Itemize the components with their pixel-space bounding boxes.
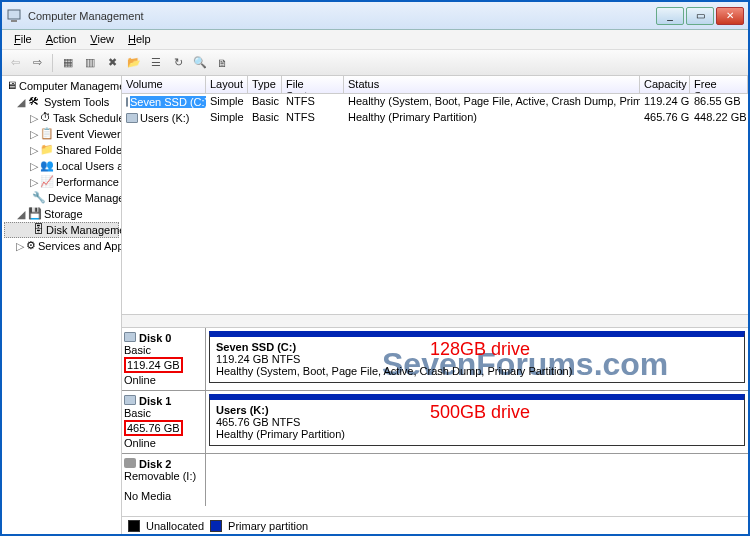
- tool-button[interactable]: 🗎: [213, 54, 231, 72]
- disk-row[interactable]: Disk 2 Removable (I:) No Media: [122, 454, 748, 506]
- volume-list-header[interactable]: Volume Layout Type File System Status Ca…: [122, 76, 748, 94]
- titlebar: Computer Management _ ▭ ✕: [2, 2, 748, 30]
- forward-button[interactable]: ⇨: [28, 54, 46, 72]
- minimize-button[interactable]: _: [656, 7, 684, 25]
- svg-rect-1: [11, 20, 17, 22]
- drive-icon: [126, 113, 138, 123]
- app-icon: [6, 8, 22, 24]
- annotation: 128GB drive: [430, 339, 530, 360]
- tool-button[interactable]: ✖: [103, 54, 121, 72]
- menubar: File Action View Help: [2, 30, 748, 50]
- disk-row[interactable]: Disk 0 Basic 119.24 GB Online Seven SSD …: [122, 328, 748, 391]
- menu-view[interactable]: View: [84, 30, 120, 49]
- col-freespace[interactable]: Free Space: [690, 76, 748, 93]
- volume-list-empty: SevenForums.com: [122, 126, 748, 314]
- tool-button[interactable]: ☰: [147, 54, 165, 72]
- tree-system-tools[interactable]: ◢🛠System Tools: [4, 94, 119, 110]
- disk-size-highlight: 119.24 GB: [124, 357, 183, 373]
- tree-local-users[interactable]: ▷👥Local Users and Groups: [4, 158, 119, 174]
- menu-action[interactable]: Action: [40, 30, 83, 49]
- menu-file[interactable]: File: [8, 30, 38, 49]
- legend: Unallocated Primary partition: [122, 516, 748, 534]
- tool-button[interactable]: 📂: [125, 54, 143, 72]
- splitter[interactable]: [122, 314, 748, 328]
- tool-button[interactable]: 🔍: [191, 54, 209, 72]
- col-type[interactable]: Type: [248, 76, 282, 93]
- maximize-button[interactable]: ▭: [686, 7, 714, 25]
- disk-icon: [124, 395, 136, 405]
- tree-task-scheduler[interactable]: ▷⏱Task Scheduler: [4, 110, 119, 126]
- tree-shared-folders[interactable]: ▷📁Shared Folders: [4, 142, 119, 158]
- tool-button[interactable]: ▥: [81, 54, 99, 72]
- menu-help[interactable]: Help: [122, 30, 157, 49]
- disk-icon: [124, 332, 136, 342]
- nav-tree[interactable]: 🖥Computer Management (Local ◢🛠System Too…: [2, 76, 122, 534]
- col-volume[interactable]: Volume: [122, 76, 206, 93]
- tree-device-manager[interactable]: 🔧Device Manager: [4, 190, 119, 206]
- tree-storage[interactable]: ◢💾Storage: [4, 206, 119, 222]
- svg-rect-0: [8, 10, 20, 19]
- refresh-button[interactable]: ↻: [169, 54, 187, 72]
- drive-icon: [126, 97, 128, 107]
- col-status[interactable]: Status: [344, 76, 640, 93]
- annotation: 500GB drive: [430, 402, 530, 423]
- disk-row[interactable]: Disk 1 Basic 465.76 GB Online Users (K:)…: [122, 391, 748, 454]
- volume-row[interactable]: Seven SSD (C:) Simple Basic NTFS Healthy…: [122, 94, 748, 110]
- col-capacity[interactable]: Capacity: [640, 76, 690, 93]
- window-title: Computer Management: [28, 10, 656, 22]
- partition-box[interactable]: Seven SSD (C:) 119.24 GB NTFS Healthy (S…: [209, 331, 745, 383]
- tree-event-viewer[interactable]: ▷📋Event Viewer: [4, 126, 119, 142]
- tree-services[interactable]: ▷⚙Services and Applications: [4, 238, 119, 254]
- col-layout[interactable]: Layout: [206, 76, 248, 93]
- tree-performance[interactable]: ▷📈Performance: [4, 174, 119, 190]
- disk-size-highlight: 465.76 GB: [124, 420, 183, 436]
- tool-button[interactable]: ▦: [59, 54, 77, 72]
- close-button[interactable]: ✕: [716, 7, 744, 25]
- volume-row[interactable]: Users (K:) Simple Basic NTFS Healthy (Pr…: [122, 110, 748, 126]
- toolbar: ⇦ ⇨ ▦ ▥ ✖ 📂 ☰ ↻ 🔍 🗎: [2, 50, 748, 76]
- back-button[interactable]: ⇦: [6, 54, 24, 72]
- legend-swatch-primary: [210, 520, 222, 532]
- disk-graphical-view: Disk 0 Basic 119.24 GB Online Seven SSD …: [122, 328, 748, 516]
- removable-icon: [124, 458, 136, 468]
- col-filesystem[interactable]: File System: [282, 76, 344, 93]
- partition-box[interactable]: Users (K:) 465.76 GB NTFS Healthy (Prima…: [209, 394, 745, 446]
- legend-swatch-unallocated: [128, 520, 140, 532]
- tree-root[interactable]: 🖥Computer Management (Local: [4, 78, 119, 94]
- tree-disk-management[interactable]: 🗄Disk Management: [4, 222, 119, 238]
